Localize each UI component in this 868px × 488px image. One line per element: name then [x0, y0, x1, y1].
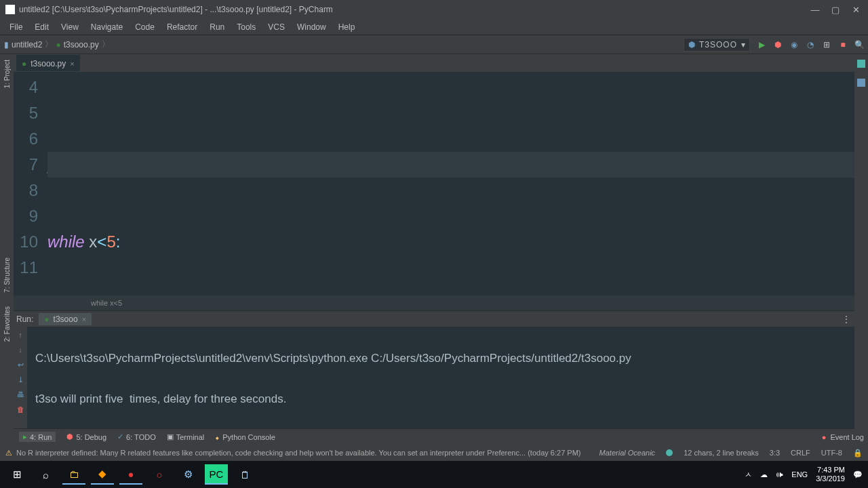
structure-tool[interactable]: 7: Structure	[3, 258, 11, 293]
chevron-right-icon: 〉	[102, 39, 110, 50]
right-tool-strip	[854, 54, 868, 434]
breadcrumb-file[interactable]: ●t3sooo.py	[56, 40, 98, 49]
down-icon[interactable]: ↓	[15, 344, 26, 355]
menu-refactor[interactable]: Refactor	[161, 21, 203, 33]
run-config-tab[interactable]: ● t3sooo ×	[39, 313, 92, 325]
code-area[interactable]: print("t3so will print five times, delay…	[47, 72, 868, 296]
menu-help[interactable]: Help	[333, 21, 361, 33]
close-tab-button[interactable]: ×	[70, 60, 74, 68]
encoding[interactable]: UTF-8	[821, 449, 842, 457]
bottom-tool-tabs: ▸4: Run ⬢5: Debug ✓6: TODO ▣Terminal ⬥Py…	[0, 428, 868, 445]
settings-icon[interactable]: ⚙	[176, 464, 199, 485]
left-tool-strip: 1: Project 7: Structure 2: Favorites	[0, 54, 14, 434]
theme-dot-icon	[666, 449, 673, 456]
nav-bar: ▮untitled2 〉 ●t3sooo.py 〉 ⬢ T3SOOO ▾ ▶ ⬢…	[0, 35, 868, 54]
console-output[interactable]: C:\Users\t3so\PycharmProjects\untitled2\…	[27, 327, 868, 428]
status-bar: ⚠ No R interpreter defined: Many R relat…	[0, 445, 868, 461]
chevron-down-icon: ▾	[741, 40, 745, 49]
language-indicator[interactable]: ENG	[791, 470, 808, 479]
opera-icon[interactable]: ○	[148, 464, 171, 485]
status-message: No R interpreter defined: Many R related…	[16, 449, 580, 457]
cursor-position: 3:3	[770, 449, 780, 457]
close-button[interactable]: ✕	[852, 5, 860, 14]
run-panel: ↻ ■ ⏸ ▦ 📌 ↑ ↓ ↩ ⤓ 🖶 🗑 C:\Users\t3so\Pych…	[0, 327, 868, 428]
python-icon: ●	[44, 314, 49, 324]
maximize-button[interactable]: ▢	[831, 5, 840, 14]
tab-run[interactable]: ▸4: Run	[19, 432, 56, 442]
breadcrumb-project[interactable]: ▮untitled2	[4, 40, 42, 49]
menu-tools[interactable]: Tools	[231, 21, 261, 33]
menu-run[interactable]: Run	[204, 21, 230, 33]
event-log-icon: ●	[822, 433, 827, 441]
selection-info: 12 chars, 2 line breaks	[684, 449, 759, 457]
print-button[interactable]: 🖶	[15, 389, 26, 400]
sciview-tool-icon[interactable]	[857, 79, 865, 87]
caret-line-highlight	[47, 152, 854, 178]
chevron-right-icon: 〉	[45, 39, 53, 50]
clock[interactable]: 7:43 PM 3/3/2019	[816, 466, 845, 483]
search-button[interactable]: ⌕	[34, 464, 57, 485]
start-button[interactable]: ⊞	[5, 464, 28, 485]
theme-label[interactable]: Material Oceanic	[599, 449, 656, 457]
menu-edit[interactable]: Edit	[29, 21, 54, 33]
app-icon	[5, 5, 15, 14]
file-explorer-icon[interactable]: 🗀	[62, 464, 85, 485]
search-button[interactable]: 🔍	[854, 40, 864, 49]
warning-icon: ⚠	[5, 449, 12, 458]
menu-window[interactable]: Window	[292, 21, 332, 33]
clear-button[interactable]: 🗑	[15, 404, 26, 415]
tab-todo[interactable]: ✓6: TODO	[117, 432, 156, 441]
volume-icon[interactable]: 🕪	[776, 470, 783, 479]
menu-code[interactable]: Code	[130, 21, 160, 33]
python-icon: ●	[56, 40, 60, 49]
notifications-icon[interactable]: 💬	[853, 470, 863, 479]
folder-icon: ▮	[4, 40, 9, 49]
tab-terminal[interactable]: ▣Terminal	[167, 432, 205, 441]
code-editor[interactable]: 4 5 6 7 8 9 10 11 💡 print("t3so will pri…	[0, 72, 868, 296]
window-title: untitled2 [C:\Users\t3so\PycharmProjects…	[19, 5, 811, 14]
run-button[interactable]: ▶	[757, 40, 766, 49]
tray-chevron-icon[interactable]: ㅅ	[745, 470, 752, 480]
minimize-button[interactable]: —	[811, 5, 819, 14]
pycharm-icon[interactable]: PC	[205, 464, 228, 485]
console-line: t3so will print five times, delay for th…	[35, 389, 860, 409]
menu-navigate[interactable]: Navigate	[85, 21, 128, 33]
run-label: Run:	[16, 314, 33, 324]
attach-button[interactable]: ⊞	[822, 40, 831, 49]
menu-bar: File Edit View Navigate Code Refactor Ru…	[0, 19, 868, 35]
editor-tabs: ● t3sooo.py ×	[0, 54, 868, 72]
breadcrumb: ▮untitled2 〉 ●t3sooo.py 〉	[4, 39, 684, 50]
sublime-icon[interactable]: ◆	[91, 464, 114, 485]
run-tool-header: Run: ● t3sooo × ⋮ —	[0, 310, 868, 327]
more-options-icon[interactable]: ⋮	[842, 314, 850, 324]
debug-button[interactable]: ⬢	[773, 40, 783, 49]
database-tool-icon[interactable]	[857, 60, 865, 68]
recorder-icon[interactable]: ●	[119, 464, 142, 485]
run-config-selector[interactable]: ⬢ T3SOOO ▾	[684, 38, 750, 52]
profile-button[interactable]: ◔	[806, 40, 815, 49]
wrap-button[interactable]: ↩	[15, 359, 26, 370]
menu-view[interactable]: View	[56, 21, 84, 33]
console-line: C:\Users\t3so\PycharmProjects\untitled2\…	[35, 348, 860, 369]
file-tab[interactable]: ● t3sooo.py ×	[16, 55, 80, 71]
scroll-button[interactable]: ⤓	[15, 374, 26, 385]
favorites-tool[interactable]: 2: Favorites	[3, 306, 11, 342]
notepad-icon[interactable]: 🗒	[233, 464, 256, 485]
menu-file[interactable]: File	[4, 21, 28, 33]
close-tab-button[interactable]: ×	[82, 315, 86, 323]
tab-debug[interactable]: ⬢5: Debug	[66, 432, 106, 441]
windows-taskbar: ⊞ ⌕ 🗀 ◆ ● ○ ⚙ PC 🗒 ㅅ ☁ 🕪 ENG 7:43 PM 3/3…	[0, 461, 868, 488]
stop-button[interactable]: ■	[838, 40, 848, 49]
python-icon: ⬢	[688, 40, 695, 49]
project-tool[interactable]: 1: Project	[3, 60, 11, 88]
tab-event-log[interactable]: Event Log	[830, 433, 864, 441]
run-coverage-button[interactable]: ◉	[789, 40, 799, 49]
menu-vcs[interactable]: VCS	[262, 21, 290, 33]
python-icon: ●	[22, 59, 26, 68]
tab-python-console[interactable]: ⬥Python Console	[215, 433, 275, 441]
up-icon[interactable]: ↑	[15, 329, 26, 340]
lock-icon[interactable]: 🔒	[853, 449, 863, 458]
titlebar: untitled2 [C:\Users\t3so\PycharmProjects…	[0, 0, 868, 19]
line-separator[interactable]: CRLF	[791, 449, 810, 457]
onedrive-icon[interactable]: ☁	[760, 470, 768, 479]
